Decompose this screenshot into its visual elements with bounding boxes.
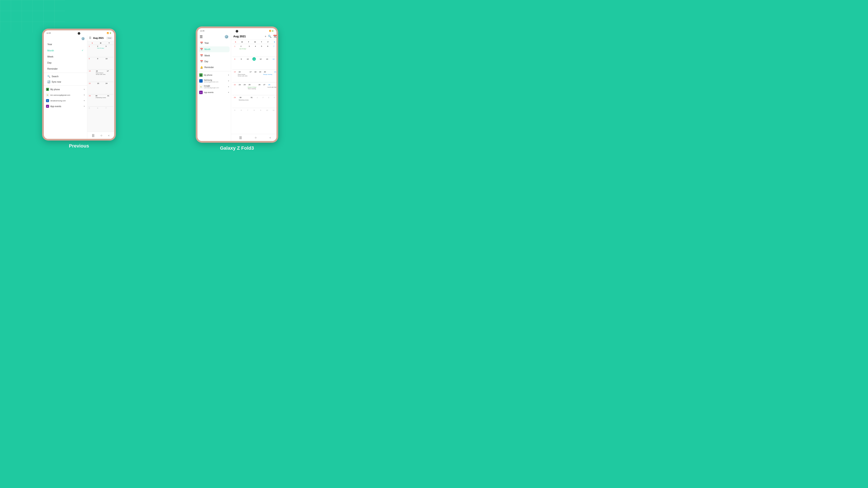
fold3-cell[interactable]: 3	[247, 44, 253, 56]
fold3-cell[interactable]: 4	[253, 44, 259, 56]
fold3-cell[interactable]: 2 Lily's B-day!	[239, 44, 247, 56]
fold3-cell[interactable]: 1	[232, 44, 239, 56]
nav-home-icon[interactable]: ○	[100, 134, 102, 137]
fold3-cell[interactable]: 4	[272, 95, 276, 107]
fold3-sidebar-month[interactable]: 📅 Month	[199, 46, 229, 52]
fold3-cell[interactable]: 28 Lunch with Abby	[267, 83, 276, 95]
prev-cal-title: Aug 2021	[93, 37, 104, 39]
fold3-cell[interactable]: 24	[242, 83, 247, 95]
cal-cell[interactable]: 3	[105, 45, 113, 57]
fold3-nav-home[interactable]: ○	[255, 136, 256, 139]
cal-cell[interactable]: 1	[88, 45, 97, 57]
cal-cell[interactable]: 8	[88, 57, 97, 69]
fold3-view-icon[interactable]: 📆	[273, 35, 276, 38]
cal-cell[interactable]: 17	[106, 70, 113, 82]
fold3-cell-today[interactable]: 11	[252, 57, 258, 69]
fold3-cell[interactable]: 16 Piano lesson Dinner with John	[237, 70, 248, 82]
cal-week-4: 22 23 24	[88, 82, 113, 94]
search-action[interactable]: 🔍 Search	[44, 74, 87, 79]
cal-cell[interactable]: 24	[105, 82, 113, 94]
sync-action[interactable]: 🔄 Sync now	[44, 79, 87, 85]
cal-cell[interactable]: 22	[88, 82, 97, 94]
cal-cell[interactable]: 15	[88, 70, 95, 82]
fold3-cell[interactable]: 25 Elaine's B-day! Team meeting	[247, 83, 257, 95]
sidebar-item-week[interactable]: Week	[44, 54, 87, 60]
fold3-cell[interactable]: 1	[255, 95, 260, 107]
fold3-cell[interactable]: 23	[238, 83, 242, 95]
fold3-cell[interactable]: 8	[232, 57, 239, 69]
fold3-cell[interactable]: 9	[239, 57, 245, 69]
fold3-nav-recents[interactable]: |||	[239, 136, 242, 139]
fold3-cell[interactable]: 20 Design meeting	[262, 70, 273, 82]
gear-icon[interactable]: ⚙️	[81, 37, 85, 40]
fold3-cell[interactable]: 5	[259, 44, 265, 56]
fold3-cell[interactable]: 8	[252, 108, 258, 120]
fold3-cell[interactable]: 9	[258, 108, 265, 120]
fold3-cell[interactable]: 18	[253, 70, 258, 82]
cal-cell[interactable]: 16 Piano lesson Dinner with John	[95, 70, 106, 82]
fold3-cell[interactable]: 3	[266, 95, 272, 107]
fold3-cell[interactable]: 10	[245, 57, 252, 69]
fold3-gear-icon[interactable]: ⚙️	[224, 35, 229, 39]
hamburger-icon[interactable]: ☰	[89, 36, 91, 39]
fold3-cell[interactable]: 6	[266, 44, 272, 56]
fold3-cell[interactable]: 7	[245, 108, 252, 120]
fold3-cell[interactable]: 13	[265, 57, 271, 69]
fold3-cell[interactable]: 12	[258, 57, 265, 69]
fold3-hamburger-icon[interactable]: ☰	[199, 35, 203, 39]
cal-cell[interactable]: 30 | Marketing review	[95, 94, 107, 106]
cal-cell[interactable]: 5	[88, 107, 97, 119]
fold3-cell[interactable]: 31	[249, 95, 255, 107]
fold3-weekdays: S M T W T F S	[232, 41, 276, 43]
fold3-cell[interactable]: 21	[273, 70, 276, 82]
fold3-cell[interactable]: 2	[260, 95, 266, 107]
cal-cell[interactable]: 10	[105, 57, 113, 69]
year-tag[interactable]: Year	[106, 37, 113, 39]
fold3-cell[interactable]: 29	[232, 95, 238, 107]
cal-cell[interactable]: 6	[97, 107, 105, 119]
fold3-cell[interactable]: 15	[232, 70, 237, 82]
fold3-add-icon[interactable]: +	[265, 35, 267, 38]
fold3-cal-header: Aug 2021 + 🔍 📆	[231, 33, 276, 40]
fold3-cell[interactable]: 27	[262, 83, 267, 95]
prev-cal-app[interactable]: A App events ▾	[44, 103, 87, 109]
fold3-cal-myphone[interactable]: 📱 My phone ▾	[197, 72, 231, 78]
fold3-nav-back[interactable]: ‹	[270, 136, 271, 139]
fold3-cell[interactable]: 22	[232, 83, 238, 95]
fold3-cell[interactable]: 19	[258, 70, 262, 82]
prev-cal-samsung[interactable]: S abc@samsung.com ▾	[44, 98, 87, 103]
fold3-cal-app[interactable]: A App events ▾	[197, 90, 231, 95]
fold3-cell[interactable]: 17	[248, 70, 253, 82]
fold3-search-icon[interactable]: 🔍	[268, 35, 272, 38]
cal-cell[interactable]: 9	[97, 57, 105, 69]
fold3-cell[interactable]: 6	[239, 108, 245, 120]
sidebar-item-month[interactable]: Month ✓	[44, 47, 87, 54]
fold3-cell[interactable]: 5	[232, 108, 239, 120]
app-cal-icon: A	[46, 105, 49, 108]
cal-cell[interactable]: 7	[105, 107, 113, 119]
sidebar-item-reminder[interactable]: Reminder	[44, 66, 87, 72]
nav-back-icon[interactable]: ‹	[108, 134, 110, 137]
cal-cell[interactable]: 2 Lily's B-day!	[97, 45, 105, 57]
fold3-cal-samsung[interactable]: S Samsung samsung@email.com ▾	[197, 78, 231, 84]
fold3-sidebar-week[interactable]: 📅 Week	[197, 53, 231, 59]
nav-recents-icon[interactable]: |||	[92, 134, 94, 137]
cal-cell[interactable]: 23	[97, 82, 105, 94]
prev-cal-myphone[interactable]: 📱 My phone ▾	[44, 87, 87, 92]
sidebar-item-day[interactable]: Day	[44, 60, 87, 66]
fold3-cell[interactable]: 14	[271, 57, 276, 69]
fold3-sidebar-day[interactable]: 📅 Day	[197, 59, 231, 64]
fold3-cell[interactable]: 7	[272, 44, 276, 56]
fold3-cell[interactable]: 30 Marketing review	[238, 95, 249, 107]
cal-cell[interactable]: 29	[88, 94, 95, 106]
fold3-cell[interactable]: 10	[265, 108, 271, 120]
chevron-icon-2: ▾	[84, 94, 85, 96]
fold3-cal-google[interactable]: G Google calendar@google.com ▾	[197, 84, 231, 90]
fold3-cell[interactable]: 26	[257, 83, 262, 95]
fold3-sidebar-year[interactable]: 📅 Year	[197, 40, 231, 46]
sidebar-item-year[interactable]: Year	[44, 41, 87, 47]
prev-cal-google[interactable]: G kim.samsung@gmail.com ▾	[44, 92, 87, 98]
cal-cell[interactable]: 31	[106, 94, 113, 106]
fold3-cell[interactable]: 11	[271, 108, 276, 120]
fold3-sidebar-reminder[interactable]: 🔔 Reminder	[197, 64, 231, 70]
